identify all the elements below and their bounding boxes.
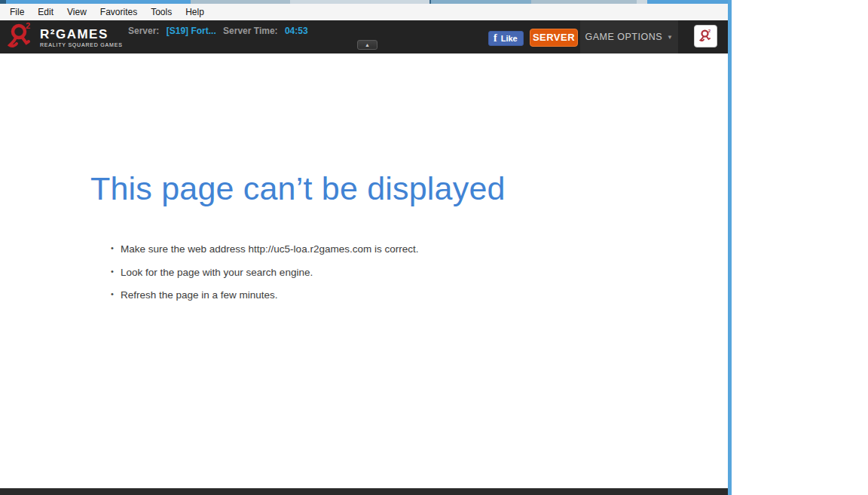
error-page-title: This page can’t be displayed	[90, 170, 506, 207]
facebook-like-button[interactable]: f Like	[488, 31, 524, 46]
game-options-label: GAME OPTIONS	[585, 32, 663, 42]
bullet-icon: •	[111, 243, 114, 252]
brand-name: R²GAMES	[40, 27, 123, 41]
like-button-label: Like	[501, 34, 518, 43]
collapse-header-button[interactable]: ▲	[357, 40, 377, 50]
suggestion-text: Refresh the page in a few minutes.	[121, 289, 278, 301]
game-header: 2 R²GAMES REALITY SQUARED GAMES Server: …	[0, 20, 728, 53]
suggestion-text: Make sure the web address http://uc5-loa…	[121, 243, 418, 255]
menu-item-help[interactable]: Help	[179, 5, 211, 20]
bullet-icon: •	[111, 289, 114, 298]
desktop-background: File Edit View Favorites Tools Help 2 R²…	[0, 0, 868, 495]
logo-text: R²GAMES REALITY SQUARED GAMES	[40, 27, 123, 47]
error-suggestions-list: • Make sure the web address http://uc5-l…	[121, 243, 418, 313]
error-suggestion-item: • Look for the page with your search eng…	[121, 267, 418, 278]
brand-tagline: REALITY SQUARED GAMES	[40, 42, 123, 47]
menu-item-tools[interactable]: Tools	[144, 5, 179, 20]
r2games-button-icon: 2	[698, 28, 714, 44]
page-footer-bar	[0, 488, 728, 495]
game-options-menu[interactable]: GAME OPTIONS ▼	[580, 20, 678, 53]
facebook-icon: f	[494, 32, 497, 45]
r2games-home-button[interactable]: 2	[694, 25, 717, 47]
server-label: Server:	[128, 26, 159, 36]
error-suggestion-item: • Refresh the page in a few minutes.	[121, 289, 418, 301]
menu-bar: File Edit View Favorites Tools Help	[0, 4, 728, 20]
server-time-label: Server Time:	[223, 26, 278, 36]
chevron-down-icon: ▼	[667, 34, 673, 41]
menu-item-edit[interactable]: Edit	[31, 5, 60, 20]
menu-item-file[interactable]: File	[3, 5, 31, 20]
svg-text:2: 2	[26, 22, 30, 30]
svg-text:2: 2	[708, 29, 711, 33]
server-time-value: 04:53	[285, 26, 308, 36]
r2games-logo[interactable]: 2 R²GAMES REALITY SQUARED GAMES	[6, 22, 123, 52]
collapse-up-icon: ▲	[365, 42, 370, 47]
error-suggestion-item: • Make sure the web address http://uc5-l…	[121, 243, 418, 255]
menu-item-favorites[interactable]: Favorites	[93, 5, 144, 20]
bullet-icon: •	[111, 267, 114, 276]
server-select-button[interactable]: SERVER	[530, 29, 578, 47]
error-page-content: This page can’t be displayed • Make sure…	[0, 53, 728, 488]
server-info: Server: [S19] Fort... Server Time: 04:53	[128, 26, 313, 36]
browser-window: File Edit View Favorites Tools Help 2 R²…	[0, 0, 732, 495]
server-name-value: [S19] Fort...	[167, 26, 216, 36]
suggestion-text: Look for the page with your search engin…	[121, 267, 313, 278]
r2games-logo-icon: 2	[6, 22, 36, 52]
menu-item-view[interactable]: View	[60, 5, 93, 20]
